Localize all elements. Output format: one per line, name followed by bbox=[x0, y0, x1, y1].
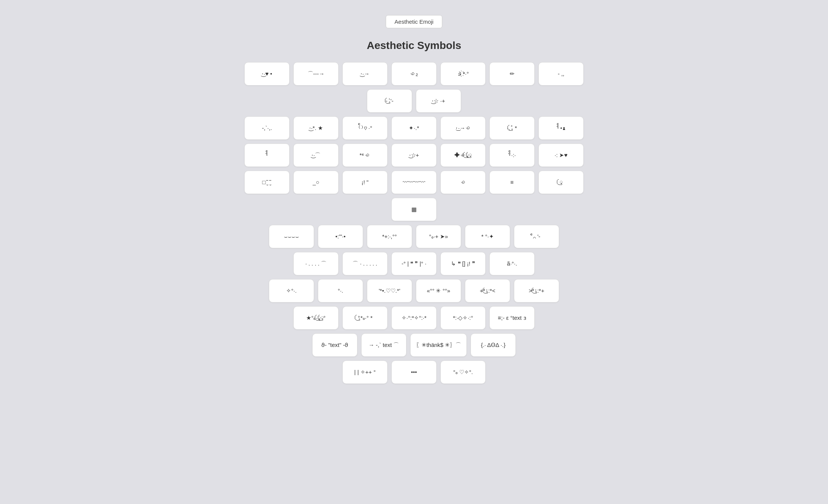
symbol-card-0-6[interactable]: - ,, bbox=[538, 62, 584, 86]
symbol-card-9-2[interactable]: °ₒ ♡✧°. bbox=[440, 360, 486, 384]
symbol-row-0: ·͜·♥ •⌒---→·͜·→꩜₂ꋪ꙰*·°✏- ,,-'ꦿ'-·͜☆ ·+ bbox=[225, 62, 603, 113]
symbol-row-6: ✧°·.°·.'*•.♡♡.*'«°° ✳ °°»+*:ꦿ:*<>*:ꦿ:*+ bbox=[269, 279, 559, 302]
symbol-card-6-3[interactable]: «°° ✳ °°» bbox=[416, 279, 461, 302]
symbol-card-1-2[interactable]: ⁽ꙴ⁾♡ ·° bbox=[342, 116, 388, 140]
symbol-card-2-4[interactable]: ✦꩜ꦿꦿ bbox=[440, 144, 486, 167]
symbol-card-7-1[interactable]: °ꦿ*ₒ·° * bbox=[342, 306, 388, 330]
symbol-card-2-3[interactable]: ·͜☆+ bbox=[391, 144, 437, 167]
symbols-grid: ·͜·♥ •⌒---→·͜·→꩜₂ꋪ꙰*·°✏- ,,-'ꦿ'-·͜☆ ·+-,… bbox=[225, 62, 603, 384]
symbol-card-0-2[interactable]: ·͜·→ bbox=[342, 62, 388, 86]
symbol-card-2-0[interactable]: ·ꙴꙴ bbox=[244, 144, 290, 167]
symbol-card-1-3[interactable]: ✦·.* bbox=[391, 116, 437, 140]
symbol-row-8: ϑ- "text" -ϑ→ -,` text ⌒〖✳thänk$ ✳〗⌒{.· … bbox=[312, 333, 516, 357]
symbol-card-5-4[interactable]: ã·°·. bbox=[489, 252, 535, 275]
symbol-card-3-7[interactable]: ▦ bbox=[391, 198, 437, 221]
symbol-card-6-0[interactable]: ✧°·. bbox=[269, 279, 314, 302]
symbol-card-7-4[interactable]: ≡;- ε °text ɜ bbox=[489, 306, 535, 330]
symbol-card-6-2[interactable]: '*•.♡♡.*' bbox=[367, 279, 412, 302]
symbol-card-1-5[interactable]: ·.˚ꦿ * bbox=[489, 116, 535, 140]
symbol-card-9-0[interactable]: | | ✧++ ° bbox=[342, 360, 388, 384]
symbol-row-3: □¨̮¨̮_○¡! "〰〰〰〰꩜≡ꦿ▦ bbox=[225, 171, 603, 221]
symbol-card-6-4[interactable]: +*:ꦿ:*< bbox=[465, 279, 510, 302]
symbol-card-4-5[interactable]: ꙴꙴ⌒ '- bbox=[514, 225, 559, 248]
symbol-card-2-6[interactable]: ·: ➤♥ bbox=[538, 144, 584, 167]
symbol-card-1-1[interactable]: ·͜·*. ★ bbox=[293, 116, 339, 140]
symbol-card-2-2[interactable]: * ꙴ꩜ bbox=[342, 144, 388, 167]
symbol-card-4-0[interactable]: ⌣⌣⌣⌣ bbox=[269, 225, 314, 248]
symbol-card-3-3[interactable]: 〰〰〰〰 bbox=[391, 171, 437, 194]
symbol-card-0-3[interactable]: ꩜₂ bbox=[391, 62, 437, 86]
symbol-card-7-0[interactable]: ★°ₒ·ꦿꦿ° bbox=[293, 306, 339, 330]
symbol-card-0-5[interactable]: ✏ bbox=[489, 62, 535, 86]
symbol-card-7-3[interactable]: *:·◇✧·:° bbox=[440, 306, 486, 330]
symbol-card-8-2[interactable]: 〖✳thänk$ ✳〗⌒ bbox=[410, 333, 467, 357]
symbol-card-0-4[interactable]: ꋪ꙰*·° bbox=[440, 62, 486, 86]
symbol-card-2-5[interactable]: ·ꙴꙴ·:· bbox=[489, 144, 535, 167]
symbol-card-3-4[interactable]: ꩜ bbox=[440, 171, 486, 194]
symbol-card-2-1[interactable]: ·͜·⌒ bbox=[293, 144, 339, 167]
symbol-row-4: ⌣⌣⌣⌣•:'"·•*+:·,°°°ₒ·+ ➤»* °·✦ꙴꙴ⌒ '- bbox=[269, 225, 559, 248]
page-title: Aesthetic Symbols bbox=[367, 40, 462, 52]
symbol-card-8-0[interactable]: ϑ- "text" -ϑ bbox=[312, 333, 357, 357]
symbol-card-3-5[interactable]: ≡ bbox=[489, 171, 535, 194]
symbol-card-3-2[interactable]: ¡! " bbox=[342, 171, 388, 194]
symbol-card-1-0[interactable]: -,`·,. bbox=[244, 116, 290, 140]
symbol-card-3-6[interactable]: ꦿ bbox=[538, 171, 584, 194]
symbol-card-6-5[interactable]: >*:ꦿ:*+ bbox=[514, 279, 559, 302]
symbol-card-7-2[interactable]: ✧·°:*✧°:·* bbox=[391, 306, 437, 330]
symbol-card-1-6[interactable]: ·ꙴꙴ◂♟ bbox=[538, 116, 584, 140]
symbol-card-6-1[interactable]: °·. bbox=[318, 279, 363, 302]
symbol-card-4-1[interactable]: •:'"·• bbox=[318, 225, 363, 248]
symbol-card-3-1[interactable]: _○ bbox=[293, 171, 339, 194]
symbol-card-3-0[interactable]: □¨̮¨̮ bbox=[244, 171, 290, 194]
symbol-row-9: | | ✧++ °•••°ₒ ♡✧°. bbox=[342, 360, 486, 384]
aesthetic-emoji-tab[interactable]: Aesthetic Emoji bbox=[386, 15, 442, 28]
symbol-card-1-4[interactable]: ·͜·→꩜ bbox=[440, 116, 486, 140]
symbol-row-5: · . . . . ⌒⌒ · . . . . .-° | ❝ ❞ |° ·↳ ❝… bbox=[293, 252, 535, 275]
symbol-card-4-3[interactable]: °ₒ·+ ➤» bbox=[416, 225, 461, 248]
symbol-card-4-4[interactable]: * °·✦ bbox=[465, 225, 510, 248]
symbol-row-2: ·ꙴꙴ·͜·⌒* ꙴ꩜·͜☆+✦꩜ꦿꦿ·ꙴꙴ·:··: ➤♥ bbox=[244, 144, 584, 167]
symbol-card-0-8[interactable]: ·͜☆ ·+ bbox=[416, 89, 461, 113]
symbol-card-5-2[interactable]: -° | ❝ ❞ |° · bbox=[391, 252, 437, 275]
symbol-row-1: -,`·,.·͜·*. ★⁽ꙴ⁾♡ ·°✦·.*·͜·→꩜·.˚ꦿ *·ꙴꙴ◂♟ bbox=[244, 116, 584, 140]
symbol-card-0-1[interactable]: ⌒---→ bbox=[293, 62, 339, 86]
symbol-card-9-1[interactable]: ••• bbox=[391, 360, 437, 384]
symbol-card-5-1[interactable]: ⌒ · . . . . . bbox=[342, 252, 388, 275]
symbol-card-0-0[interactable]: ·͜·♥ • bbox=[244, 62, 290, 86]
symbol-card-5-3[interactable]: ↳ ❝ [] ¡! ❞ bbox=[440, 252, 486, 275]
symbol-card-8-3[interactable]: {.· ΔꙨΔ ·.} bbox=[471, 333, 516, 357]
symbol-card-5-0[interactable]: · . . . . ⌒ bbox=[293, 252, 339, 275]
symbol-card-8-1[interactable]: → -,` text ⌒ bbox=[361, 333, 406, 357]
symbol-row-7: ★°ₒ·ꦿꦿ°°ꦿ*ₒ·° *✧·°:*✧°:·**:·◇✧·:°≡;- ε °… bbox=[293, 306, 535, 330]
symbol-card-4-2[interactable]: *+:·,°° bbox=[367, 225, 412, 248]
symbol-card-0-7[interactable]: -'ꦿ'- bbox=[367, 89, 412, 113]
